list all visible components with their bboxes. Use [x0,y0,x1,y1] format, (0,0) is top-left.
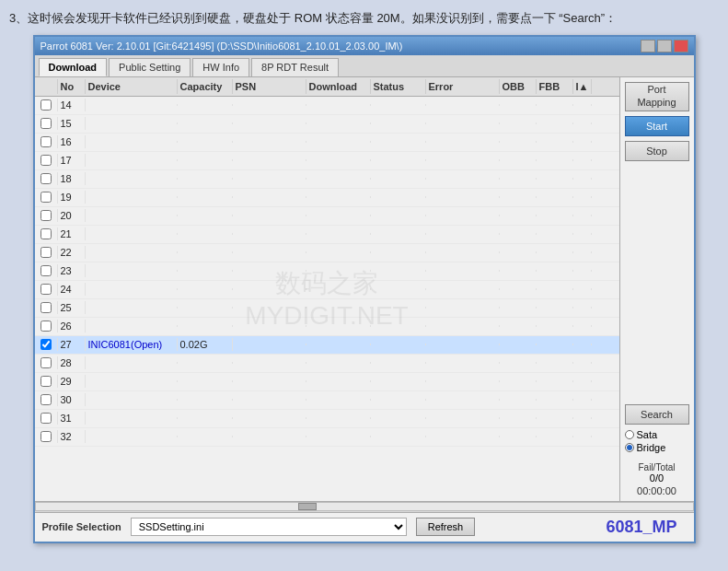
row-checkbox-cell[interactable] [35,338,58,351]
table-row[interactable]: 29 [35,373,619,391]
main-area: No Device Capacity PSN Download Status E… [35,77,694,501]
table-row[interactable]: 25 [35,299,619,318]
table-row[interactable]: 32 [35,428,619,447]
col-fbb: FBB [537,79,573,94]
table-row[interactable]: 28 [35,355,619,373]
start-button[interactable]: Start [625,116,689,136]
row-checkbox-cell[interactable] [35,227,58,240]
table-row[interactable]: 16 [35,134,619,152]
cell-fbb [537,141,573,143]
table-row[interactable]: 30 [35,391,619,410]
profile-select[interactable]: SSDSetting.ini [131,518,407,536]
tab-download[interactable]: Download [39,58,108,76]
cell-no: 19 [58,191,86,204]
row-checkbox-cell[interactable] [35,172,58,185]
cell-no: 31 [58,412,86,425]
profile-label: Profile Selection [42,521,121,532]
cell-extra [573,399,592,401]
tab-8p-rdt-result[interactable]: 8P RDT Result [251,58,339,76]
row-checkbox-cell[interactable] [35,412,58,425]
row-checkbox-cell[interactable] [35,393,58,406]
port-mapping-button[interactable]: PortMapping [625,82,689,111]
cell-download [306,362,371,364]
cell-obb [500,141,537,143]
cell-capacity [178,141,233,143]
table-row[interactable]: 18 [35,170,619,189]
cell-download [306,196,371,198]
close-button[interactable] [674,40,688,52]
table-row[interactable]: 22 [35,244,619,262]
row-checkbox-cell[interactable] [35,356,58,369]
cell-fbb [537,178,573,180]
table-row[interactable]: 17 [35,152,619,170]
row-checkbox-cell[interactable] [35,375,58,388]
cell-extra [573,141,592,143]
tab-hw-info[interactable]: HW Info [192,58,249,76]
table-row[interactable]: 19 [35,189,619,207]
row-checkbox-cell[interactable] [35,117,58,130]
cell-fbb [537,215,573,216]
cell-psn [233,270,306,272]
cell-download [306,251,371,253]
row-checkbox-cell[interactable] [35,283,58,296]
cell-device [86,159,178,161]
row-checkbox-cell[interactable] [35,264,58,277]
cell-status [371,380,426,382]
radio-sata[interactable]: Sata [625,429,689,440]
row-checkbox-cell[interactable] [35,430,58,443]
cell-psn [233,159,306,161]
cell-obb [500,215,537,216]
table-row[interactable]: 27INIC6081(Open)0.02G [35,336,619,355]
table-row[interactable]: 24 [35,281,619,299]
cell-error [426,104,500,106]
cell-psn [233,288,306,290]
cell-device [86,399,178,401]
search-button[interactable]: Search [625,404,689,425]
row-checkbox-cell[interactable] [35,301,58,314]
col-extra: I▲ [573,79,592,94]
row-checkbox-cell[interactable] [35,320,58,332]
row-checkbox-cell[interactable] [35,209,58,222]
cell-psn [233,178,306,180]
maximize-button[interactable] [657,40,672,52]
row-checkbox-cell[interactable] [35,99,58,111]
table-row[interactable]: 21 [35,226,619,244]
table-row[interactable]: 15 [35,115,619,134]
cell-no: 20 [58,209,86,222]
minimize-button[interactable] [641,40,655,52]
cell-extra [573,215,592,216]
row-checkbox-cell[interactable] [35,154,58,167]
refresh-button[interactable]: Refresh [416,518,476,536]
fail-total-section: Fail/Total 0/0 00:00:00 [637,462,676,496]
col-obb: OBB [500,79,537,94]
cell-psn [233,141,306,143]
table-area: No Device Capacity PSN Download Status E… [35,77,620,501]
table-row[interactable]: 31 [35,410,619,428]
table-row[interactable]: 20 [35,207,619,226]
col-psn: PSN [233,79,306,94]
cell-capacity [178,417,233,419]
tab-public-setting[interactable]: Public Setting [109,58,191,76]
horizontal-scrollbar[interactable] [35,501,694,512]
cell-capacity [178,288,233,290]
table-row[interactable]: 26 [35,318,619,336]
row-checkbox-cell[interactable] [35,135,58,148]
row-checkbox-cell[interactable] [35,191,58,204]
cell-no: 18 [58,172,86,185]
table-row[interactable]: 14 [35,97,619,115]
cell-no: 17 [58,154,86,167]
cell-device [86,215,178,216]
cell-no: 21 [58,227,86,240]
cell-obb [500,344,537,345]
stop-button[interactable]: Stop [625,141,689,161]
cell-obb [500,399,537,401]
cell-download [306,288,371,290]
cell-error [426,196,500,198]
radio-bridge[interactable]: Bridge [625,442,689,453]
cell-download [306,344,371,345]
table-row[interactable]: 23 [35,262,619,281]
cell-no: 26 [58,320,86,332]
application-window: Parrot 6081 Ver: 2.10.01 [Git:6421495] (… [33,35,696,543]
table-body[interactable]: 1415161718192021222324252627INIC6081(Ope… [35,97,619,501]
row-checkbox-cell[interactable] [35,246,58,259]
